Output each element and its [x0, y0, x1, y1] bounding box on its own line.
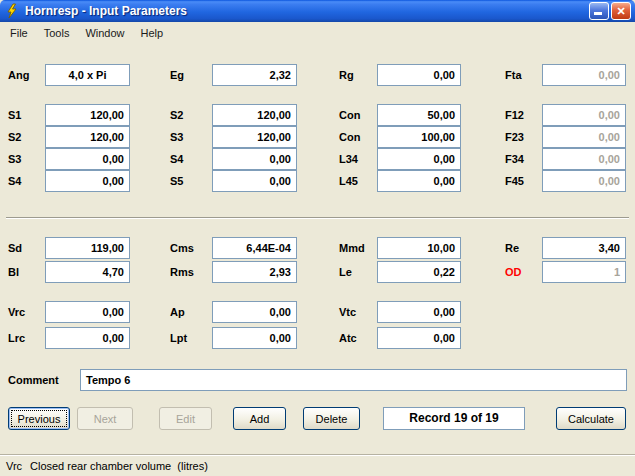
close-icon: ✕	[616, 5, 625, 18]
minimize-icon	[594, 12, 602, 15]
param-input-s1[interactable]: 120,00	[45, 104, 130, 126]
param-label-l34: L34	[339, 148, 358, 170]
param-input-s4-2[interactable]: 0,00	[45, 170, 130, 192]
param-input-od: 1	[542, 261, 626, 283]
menu-tools[interactable]: Tools	[36, 24, 78, 42]
param-label-s5: S5	[170, 170, 183, 192]
param-label-bl: Bl	[8, 261, 19, 283]
param-label-f34: F34	[505, 148, 524, 170]
calculate-button[interactable]: Calculate	[556, 407, 626, 430]
record-indicator: Record 19 of 19	[383, 407, 525, 430]
param-input-con12[interactable]: 50,00	[377, 104, 461, 126]
param-label-lrc: Lrc	[8, 327, 25, 349]
param-input-cms[interactable]: 6,44E-04	[212, 237, 297, 259]
param-input-eg[interactable]: 2,32	[212, 64, 297, 86]
param-label-l45: L45	[339, 170, 358, 192]
param-label-le: Le	[339, 261, 352, 283]
param-label-s2-1: S2	[170, 104, 183, 126]
param-input-fta: 0,00	[542, 64, 626, 86]
menu-bar: File Tools Window Help	[0, 22, 635, 44]
param-input-s2-2[interactable]: 120,00	[45, 126, 130, 148]
param-label-mmd: Mmd	[339, 237, 365, 259]
param-label-s4-2: S4	[8, 170, 21, 192]
status-bar: Vrc Closed rear chamber volume (litres)	[0, 455, 635, 476]
param-label-f12: F12	[505, 104, 524, 126]
param-label-f23: F23	[505, 126, 524, 148]
param-label-ang: Ang	[8, 64, 29, 86]
param-input-f23: 0,00	[542, 126, 626, 148]
previous-button[interactable]: Previous	[8, 407, 70, 430]
param-input-s2-1[interactable]: 120,00	[212, 104, 297, 126]
add-button[interactable]: Add	[233, 407, 286, 430]
param-label-sd: Sd	[8, 237, 22, 259]
lightning-bolt-icon	[4, 3, 20, 19]
edit-button: Edit	[159, 407, 212, 430]
param-input-ang[interactable]: 4,0 x Pi	[45, 64, 130, 86]
minimize-button[interactable]	[589, 2, 609, 20]
param-input-l45[interactable]: 0,00	[377, 170, 461, 192]
status-key: Vrc	[6, 460, 22, 472]
param-input-bl[interactable]: 4,70	[45, 261, 130, 283]
param-input-con23[interactable]: 100,00	[377, 126, 461, 148]
param-input-ap[interactable]: 0,00	[212, 301, 297, 323]
param-input-s3-1[interactable]: 120,00	[212, 126, 297, 148]
status-description: Closed rear chamber volume (litres)	[30, 460, 208, 472]
param-label-con12: Con	[339, 104, 360, 126]
param-input-f34: 0,00	[542, 148, 626, 170]
param-input-lpt[interactable]: 0,00	[212, 327, 297, 349]
param-input-rg[interactable]: 0,00	[377, 64, 461, 86]
param-input-f45: 0,00	[542, 170, 626, 192]
param-label-con23: Con	[339, 126, 360, 148]
close-button[interactable]: ✕	[611, 2, 631, 20]
param-label-s4-1: S4	[170, 148, 183, 170]
param-label-s1: S1	[8, 104, 21, 126]
param-input-s5[interactable]: 0,00	[212, 170, 297, 192]
param-label-cms: Cms	[170, 237, 194, 259]
param-input-f12: 0,00	[542, 104, 626, 126]
param-label-ap: Ap	[170, 301, 185, 323]
comment-label: Comment	[8, 369, 59, 391]
param-input-lrc[interactable]: 0,00	[45, 327, 130, 349]
param-label-eg: Eg	[170, 64, 184, 86]
param-input-le[interactable]: 0,22	[377, 261, 461, 283]
param-label-f45: F45	[505, 170, 524, 192]
param-label-re: Re	[505, 237, 519, 259]
param-label-vrc: Vrc	[8, 301, 25, 323]
param-label-s3-1: S3	[170, 126, 183, 148]
param-input-s4-1[interactable]: 0,00	[212, 148, 297, 170]
param-input-atc[interactable]: 0,00	[377, 327, 461, 349]
param-label-lpt: Lpt	[170, 327, 187, 349]
param-label-fta: Fta	[505, 64, 522, 86]
param-label-rms: Rms	[170, 261, 194, 283]
menu-help[interactable]: Help	[133, 24, 172, 42]
param-label-s3-2: S3	[8, 148, 21, 170]
menu-window[interactable]: Window	[77, 24, 132, 42]
param-input-re[interactable]: 3,40	[542, 237, 626, 259]
param-label-atc: Atc	[339, 327, 357, 349]
param-input-sd[interactable]: 119,00	[45, 237, 130, 259]
title-bar: Hornresp - Input Parameters ✕	[0, 0, 635, 22]
param-label-vtc: Vtc	[339, 301, 356, 323]
menu-file[interactable]: File	[2, 24, 36, 42]
comment-input[interactable]: Tempo 6	[80, 369, 627, 391]
param-label-od: OD	[505, 261, 522, 283]
param-input-mmd[interactable]: 10,00	[377, 237, 461, 259]
param-input-l34[interactable]: 0,00	[377, 148, 461, 170]
next-button: Next	[77, 407, 133, 430]
section-divider	[6, 217, 629, 219]
param-input-rms[interactable]: 2,93	[212, 261, 297, 283]
param-input-s3-2[interactable]: 0,00	[45, 148, 130, 170]
delete-button[interactable]: Delete	[303, 407, 360, 430]
param-input-vtc[interactable]: 0,00	[377, 301, 461, 323]
param-input-vrc[interactable]: 0,00	[45, 301, 130, 323]
param-label-s2-2: S2	[8, 126, 21, 148]
param-label-rg: Rg	[339, 64, 354, 86]
window-title: Hornresp - Input Parameters	[25, 4, 589, 18]
hornresp-window: Hornresp - Input Parameters ✕ File Tools…	[0, 0, 635, 476]
